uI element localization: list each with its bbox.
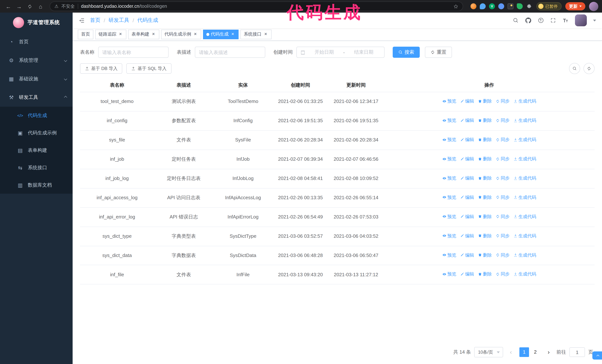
close-icon[interactable]: × <box>151 32 156 37</box>
paused-badge[interactable]: 已暂停 <box>537 2 562 10</box>
edit-link[interactable]: 编辑 <box>460 252 474 259</box>
sidebar-item-infra[interactable]: ▦ 基础设施 <box>0 70 73 88</box>
back-icon[interactable]: ← <box>4 2 13 11</box>
tab-代码生成示例[interactable]: 代码生成示例× <box>161 30 201 39</box>
sidebar-toggle-icon[interactable] <box>78 17 85 23</box>
generate-code-link[interactable]: 生成代码 <box>513 213 536 220</box>
refresh-table-button[interactable] <box>583 63 595 74</box>
search-icon[interactable] <box>513 17 519 23</box>
edit-link[interactable]: 编辑 <box>460 136 474 143</box>
edit-link[interactable]: 编辑 <box>460 194 474 201</box>
extension-icon-orange[interactable] <box>471 3 476 9</box>
page-number-1[interactable]: 1 <box>519 347 529 357</box>
close-icon[interactable]: × <box>193 32 198 37</box>
generate-code-link[interactable]: 生成代码 <box>513 136 536 143</box>
user-avatar[interactable] <box>575 14 587 26</box>
sidebar-item-codegen[interactable]: </> 代码生成 <box>0 107 73 124</box>
close-icon[interactable]: × <box>263 32 268 37</box>
edit-link[interactable]: 编辑 <box>460 156 474 162</box>
extensions-puzzle-icon[interactable] <box>526 3 532 9</box>
sidebar-item-system[interactable]: ⚙ 系统管理 <box>0 51 73 70</box>
delete-link[interactable]: 删除 <box>478 175 492 182</box>
update-button[interactable]: 更新 <box>565 2 585 10</box>
extension-icon-blue-drop[interactable] <box>480 3 486 9</box>
generate-code-link[interactable]: 生成代码 <box>513 175 536 182</box>
sidebar-item-home[interactable]: ◔ 首页 <box>0 32 73 51</box>
table-desc-input[interactable] <box>195 47 265 58</box>
generate-code-link[interactable]: 生成代码 <box>513 117 536 124</box>
delete-link[interactable]: 删除 <box>478 213 492 220</box>
sync-link[interactable]: 同步 <box>495 252 510 259</box>
sidebar-item-dev-tools[interactable]: ⚒ 研发工具 <box>0 88 73 107</box>
forward-icon[interactable]: → <box>14 2 24 11</box>
preview-link[interactable]: 预览 <box>442 232 456 239</box>
address-bar[interactable]: ⚠ 不安全 dashboard.yudao.iocoder.cn/tool/co… <box>50 1 463 11</box>
generate-code-link[interactable]: 生成代码 <box>513 98 536 104</box>
import-sql-button[interactable]: 基于 SQL 导入 <box>127 63 171 74</box>
close-icon[interactable]: × <box>230 32 235 37</box>
toggle-search-button[interactable] <box>569 63 580 74</box>
page-size-select[interactable]: 10条/页 <box>474 347 503 357</box>
edit-link[interactable]: 编辑 <box>460 98 474 104</box>
preview-link[interactable]: 预览 <box>442 213 456 220</box>
delete-link[interactable]: 删除 <box>478 117 492 124</box>
next-page-button[interactable]: › <box>544 347 553 357</box>
preview-link[interactable]: 预览 <box>442 175 456 182</box>
breadcrumb-item-codegen[interactable]: 代码生成 <box>138 17 158 24</box>
extension-icon-green-v[interactable]: V <box>489 3 495 9</box>
reset-button[interactable]: 重置 <box>425 47 452 58</box>
edit-link[interactable]: 编辑 <box>460 232 474 239</box>
tab-系统接口[interactable]: 系统接口× <box>240 30 271 39</box>
preview-link[interactable]: 预览 <box>442 117 456 124</box>
sync-link[interactable]: 同步 <box>495 175 510 182</box>
sync-link[interactable]: 同步 <box>495 232 510 239</box>
delete-link[interactable]: 删除 <box>478 232 492 239</box>
preview-link[interactable]: 预览 <box>442 252 456 259</box>
sidebar-item-api[interactable]: ⇆ 系统接口 <box>0 159 73 176</box>
help-icon[interactable] <box>538 17 544 23</box>
sync-link[interactable]: 同步 <box>495 98 510 104</box>
preview-link[interactable]: 预览 <box>442 156 456 162</box>
sync-link[interactable]: 同步 <box>495 117 510 124</box>
tab-代码生成[interactable]: 代码生成× <box>203 30 239 39</box>
sidebar-item-codegen-example[interactable]: ▣ 代码生成示例 <box>0 124 73 141</box>
generate-code-link[interactable]: 生成代码 <box>513 194 536 201</box>
edit-link[interactable]: 编辑 <box>460 213 474 220</box>
sync-link[interactable]: 同步 <box>495 194 510 201</box>
home-icon[interactable]: ⌂ <box>36 2 45 11</box>
extension-icon-dark[interactable] <box>507 3 514 9</box>
delete-link[interactable]: 删除 <box>478 252 492 259</box>
github-icon[interactable] <box>525 17 532 24</box>
tab-表单构建[interactable]: 表单构建× <box>128 30 159 39</box>
prev-page-button[interactable]: ‹ <box>506 347 515 357</box>
reload-icon[interactable] <box>25 2 34 11</box>
preview-link[interactable]: 预览 <box>442 194 456 201</box>
sync-link[interactable]: 同步 <box>495 136 510 143</box>
preview-link[interactable]: 预览 <box>442 271 456 278</box>
sidebar-item-form-builder[interactable]: ▤ 表单构建 <box>0 141 73 159</box>
breadcrumb-item-dev-tools[interactable]: 研发工具 <box>108 17 129 24</box>
fullscreen-icon[interactable] <box>550 17 556 23</box>
edit-link[interactable]: 编辑 <box>460 117 474 124</box>
preview-link[interactable]: 预览 <box>442 136 456 143</box>
table-name-input[interactable] <box>98 47 169 58</box>
app-logo[interactable]: 芋道管理系统 <box>0 13 73 32</box>
extension-icon-green-leaf[interactable] <box>517 3 523 9</box>
tab-链路追踪[interactable]: 链路追踪× <box>95 30 126 39</box>
page-number-2[interactable]: 2 <box>530 347 540 357</box>
delete-link[interactable]: 删除 <box>478 136 492 143</box>
sidebar-item-db-doc[interactable]: ▥ 数据库文档 <box>0 176 73 194</box>
delete-link[interactable]: 删除 <box>478 156 492 162</box>
search-button[interactable]: 搜索 <box>393 47 420 58</box>
close-icon[interactable]: × <box>118 32 123 37</box>
sync-link[interactable]: 同步 <box>495 156 510 162</box>
goto-page-input[interactable] <box>570 347 585 357</box>
delete-link[interactable]: 删除 <box>478 194 492 201</box>
browser-profile-avatar[interactable] <box>589 2 598 11</box>
generate-code-link[interactable]: 生成代码 <box>513 271 536 278</box>
back-to-top-button[interactable] <box>592 351 602 360</box>
delete-link[interactable]: 删除 <box>478 271 492 278</box>
generate-code-link[interactable]: 生成代码 <box>513 252 536 259</box>
user-menu-caret-icon[interactable] <box>593 20 596 21</box>
import-db-button[interactable]: 基于 DB 导入 <box>80 63 122 74</box>
